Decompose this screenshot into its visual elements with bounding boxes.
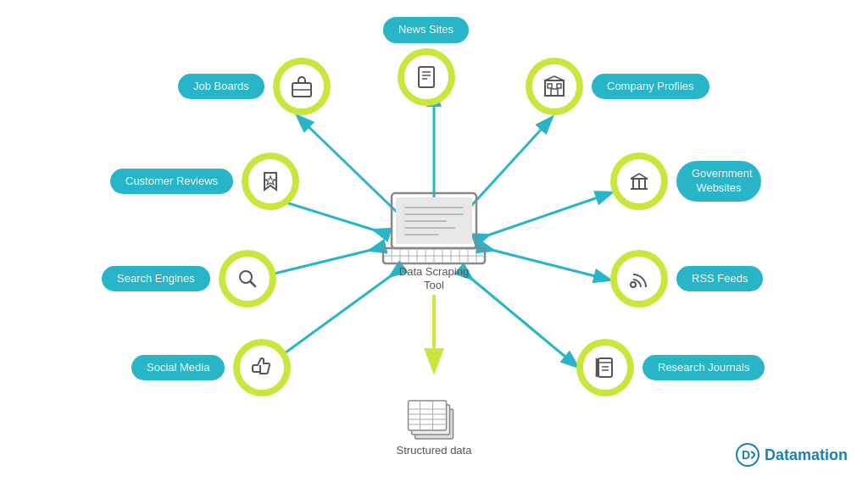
svg-rect-44 (548, 84, 552, 88)
node-jobs: Job Boards (178, 58, 331, 115)
svg-rect-46 (551, 89, 558, 96)
svg-marker-64 (265, 176, 275, 185)
social-media-label: Social Media (131, 355, 225, 381)
datamation-text: Datamation (765, 446, 848, 464)
datamation-logo-icon: D (736, 443, 760, 467)
svg-line-3 (492, 250, 609, 280)
research-circle (576, 339, 634, 396)
svg-line-2 (487, 193, 610, 235)
diagram-container: Data Scraping Tool Structured data News … (0, 0, 868, 482)
structured-data-icon (406, 394, 461, 440)
search-engines-label: Search Engines (102, 266, 210, 292)
svg-rect-57 (598, 358, 612, 377)
company-circle (526, 58, 583, 115)
structured-data-label: Structured data (397, 444, 472, 457)
building-icon (542, 74, 567, 99)
laptop-label: Data Scraping Tool (399, 265, 469, 294)
node-company: Company Profiles (526, 58, 709, 115)
social-inner (238, 344, 286, 391)
structured-data-section: Structured data (397, 394, 472, 457)
govt-circle (610, 152, 668, 210)
company-profiles-label: Company Profiles (592, 74, 709, 100)
node-news: News Sites (383, 17, 469, 106)
govt-inner (615, 158, 663, 205)
news-sites-circle (398, 48, 455, 106)
research-journals-label: Research Journals (643, 355, 765, 381)
document-icon (414, 64, 439, 90)
govt-websites-label: GovernmentWebsites (676, 161, 761, 202)
laptop-icon (379, 189, 489, 269)
node-govt: GovernmentWebsites (610, 152, 761, 210)
svg-text:D: D (742, 448, 750, 462)
news-sites-inner (403, 53, 450, 101)
node-rss: RSS Feeds (610, 250, 763, 307)
search-inner (224, 255, 271, 302)
reviews-inner (247, 158, 294, 205)
svg-rect-45 (557, 84, 561, 88)
svg-line-66 (250, 281, 255, 286)
notebook-icon (593, 355, 618, 380)
thumbsup-icon (249, 355, 275, 380)
star-icon (258, 169, 283, 194)
social-circle (233, 339, 291, 396)
jobs-inner (278, 63, 326, 110)
jobs-circle (273, 58, 331, 115)
svg-rect-32 (408, 401, 446, 430)
rss-inner (615, 255, 663, 302)
research-inner (581, 344, 629, 391)
company-inner (531, 63, 578, 110)
search-icon (235, 266, 260, 291)
node-social: Social Media (131, 339, 291, 396)
search-circle (219, 250, 276, 307)
svg-point-56 (631, 282, 636, 287)
rss-circle (610, 250, 668, 307)
node-search: Search Engines (102, 250, 276, 307)
node-reviews: Customer Reviews (110, 152, 299, 210)
news-sites-label: News Sites (383, 17, 469, 43)
briefcase-icon (289, 74, 314, 99)
node-research: Research Journals (576, 339, 765, 396)
bank-icon (626, 169, 652, 194)
customer-reviews-label: Customer Reviews (110, 169, 233, 195)
center-laptop: Data Scraping Tool (379, 189, 489, 294)
rss-feeds-label: RSS Feeds (676, 266, 763, 292)
reviews-circle (242, 152, 299, 210)
datamation-logo: D Datamation (736, 443, 848, 467)
job-boards-label: Job Boards (178, 74, 264, 100)
rss-icon (626, 266, 652, 291)
svg-rect-39 (419, 67, 434, 87)
